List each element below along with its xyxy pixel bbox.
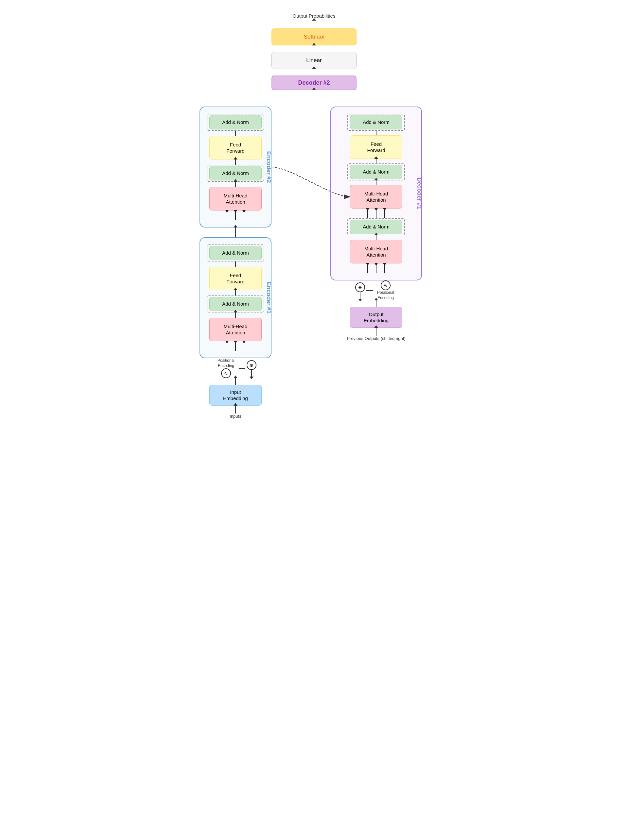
arrow-softmax-linear: [314, 46, 314, 52]
dec-input-arrow: [376, 328, 376, 336]
encoder2-label: Encoder #2: [265, 151, 272, 183]
output-embedding-box: OutputEmbedding: [350, 307, 402, 328]
dec1-line1: [376, 131, 376, 135]
enc-add-group: ⊕: [247, 360, 256, 377]
prev-outputs-label: Previous Outputs (shifted right): [347, 336, 405, 341]
enc-pos-enc-group: Positional Encoding ∿: [215, 358, 237, 378]
dec1-addnorm-bot-label: Add & Norm: [363, 224, 389, 230]
dec1-mha2-label: Multi-HeadAttention: [364, 191, 388, 203]
linear-label: Linear: [306, 57, 321, 64]
enc1-arrow3: [244, 341, 244, 351]
dec-pos-row: ⊕ ∿ Positional Encoding: [314, 280, 438, 300]
enc1-line2: [235, 290, 236, 295]
enc1-addnorm-top-label: Add & Norm: [222, 250, 249, 256]
dec1-addnorm-top: Add & Norm: [350, 115, 402, 129]
dec1-addnorm-top-row: Add & Norm: [339, 114, 413, 131]
enc2-ff-box: FeedForward: [209, 136, 262, 159]
dec1-skip-top: Add & Norm: [347, 114, 405, 131]
enc1-line1: [235, 262, 236, 267]
dec-embed-arrow: [376, 300, 376, 307]
enc1-mha-box: Multi-HeadAttention: [209, 318, 262, 341]
enc1-line3: [235, 313, 236, 318]
dec1-line4: [376, 235, 376, 240]
decoder1-box: Decoder #1 Add & Norm FeedForward: [331, 107, 422, 280]
dec1-mha1-box: Multi-HeadAttention: [350, 240, 402, 264]
dec-add-arrow-down: [360, 292, 361, 299]
enc1-skip-top: Add & Norm: [207, 245, 264, 262]
enc2-mha-box: Multi-HeadAttention: [209, 187, 262, 210]
enc-wave-circle: ∿: [221, 368, 231, 378]
enc2-skip-top: Add & Norm: [207, 114, 264, 131]
dec-wave-circle: ∿: [381, 280, 391, 290]
softmax-label: Softmax: [304, 33, 324, 41]
enc2-arrow3: [244, 210, 244, 220]
encoder-column: Encoder #2 Add & Norm FeedForward: [190, 107, 281, 419]
enc1-arrow1: [227, 341, 227, 351]
encoder1-label: Encoder #1: [265, 282, 272, 313]
dec1-addnorm-bot: Add & Norm: [350, 219, 402, 234]
enc2-addnorm-top: Add & Norm: [209, 115, 262, 129]
enc1-mha-label: Multi-HeadAttention: [224, 323, 248, 336]
enc1-arrow2: [235, 341, 236, 351]
dec1-mha2-arrow2: [376, 208, 376, 218]
enc2-addnorm-bot-label: Add & Norm: [222, 170, 249, 177]
dec1-mha1-arrow2: [376, 264, 376, 273]
dec1-line3: [376, 180, 376, 185]
dec1-mha2-arrow3: [384, 208, 385, 218]
inputs-label: Inputs: [229, 414, 241, 419]
arrow-dec2-dec1: [314, 90, 314, 97]
main-layout: Encoder #2 Add & Norm FeedForward: [190, 107, 438, 419]
enc-pos-enc-label: Positional Encoding: [215, 358, 237, 368]
dec-pos-line: [366, 290, 373, 291]
enc1-addnorm-bot-label: Add & Norm: [222, 301, 249, 307]
input-embedding-box: InputEmbedding: [209, 385, 262, 406]
dec1-ff-box: FeedForward: [350, 135, 402, 159]
arrow-linear-dec2: [314, 69, 314, 76]
enc1-ff-label: FeedForward: [226, 272, 244, 285]
decoder1-label: Decoder #1: [416, 177, 422, 209]
dec1-mha1-arrow3: [384, 264, 385, 273]
encoder2-box: Encoder #2 Add & Norm FeedForward: [199, 107, 272, 227]
enc2-arrow1: [227, 210, 227, 220]
enc-between-arrow: [235, 227, 236, 237]
enc2-mha-label: Multi-HeadAttention: [224, 193, 248, 205]
enc2-triple-arrows: [209, 210, 262, 220]
dec1-mha2-arrow1: [367, 208, 368, 218]
transformer-diagram: Output Probabilities Softmax Linear Deco…: [157, 13, 471, 419]
enc1-triple-arrows: [209, 341, 262, 351]
dec1-ff-label: FeedForward: [367, 141, 385, 154]
dec1-addnorm-mid-label: Add & Norm: [363, 169, 389, 175]
input-embedding-label: InputEmbedding: [223, 389, 248, 402]
dec-add-group: ⊕: [355, 283, 365, 299]
enc-embed-arrow: [235, 378, 236, 385]
output-section: Output Probabilities Softmax Linear Deco…: [272, 13, 356, 97]
enc2-line3: [235, 182, 236, 187]
dec-pos-enc-group: ∿ Positional Encoding: [374, 280, 397, 300]
enc2-arrow2: [235, 210, 236, 220]
dec1-addnorm-top-label: Add & Norm: [363, 119, 389, 126]
enc1-ff-box: FeedForward: [209, 267, 262, 290]
enc-plus-circle: ⊕: [247, 360, 256, 370]
enc1-addnorm-top: Add & Norm: [209, 246, 262, 260]
decoder2-label: Decoder #2: [298, 79, 330, 86]
encoder1-box: Encoder #1 Add & Norm FeedForward: [199, 237, 272, 358]
enc2-ff-label: FeedForward: [226, 142, 244, 154]
enc2-addnorm-top-label: Add & Norm: [222, 119, 249, 126]
enc1-addnorm-top-row: Add & Norm: [208, 245, 263, 262]
enc-add-arrow-down: [251, 370, 252, 377]
dec-plus-circle: ⊕: [355, 283, 365, 292]
dec1-mha1-arrows: [350, 264, 402, 273]
decoder-column: Decoder #1 Add & Norm FeedForward: [314, 107, 438, 341]
output-embedding-label: OutputEmbedding: [364, 311, 389, 324]
dec1-mha1-label: Multi-HeadAttention: [364, 245, 388, 258]
dec1-mha1-arrow1: [367, 264, 368, 273]
enc2-addnorm-top-row: Add & Norm: [208, 114, 263, 131]
dec1-addnorm-mid: Add & Norm: [350, 165, 402, 179]
enc2-addnorm-bot: Add & Norm: [209, 166, 262, 180]
enc2-line2: [235, 159, 236, 165]
enc-input-arrow: [235, 406, 236, 414]
arrow-to-softmax: [314, 21, 314, 28]
dec1-mha2-box: Multi-HeadAttention: [350, 185, 402, 208]
enc1-addnorm-bot: Add & Norm: [209, 297, 262, 311]
enc2-line1: [235, 131, 236, 136]
